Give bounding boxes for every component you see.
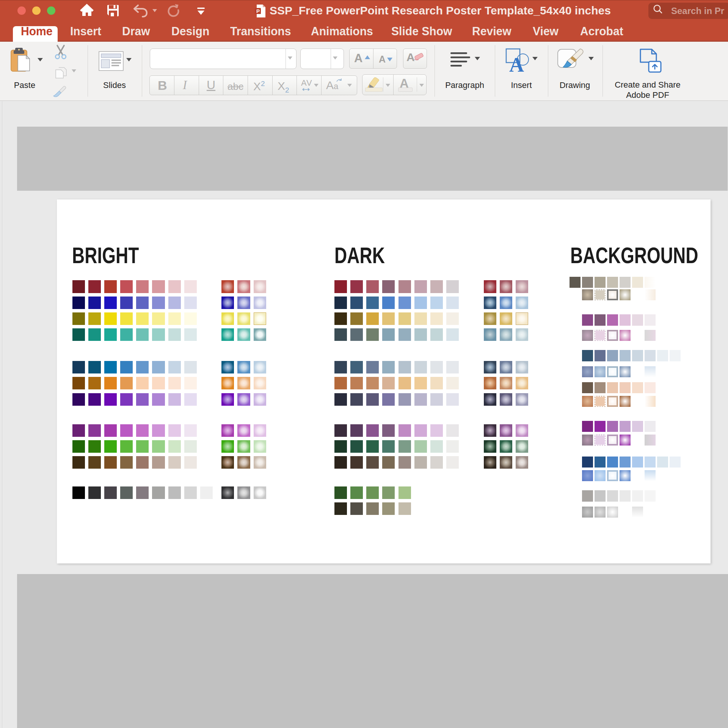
svg-text:P: P — [256, 8, 260, 14]
svg-text:A: A — [509, 53, 524, 72]
